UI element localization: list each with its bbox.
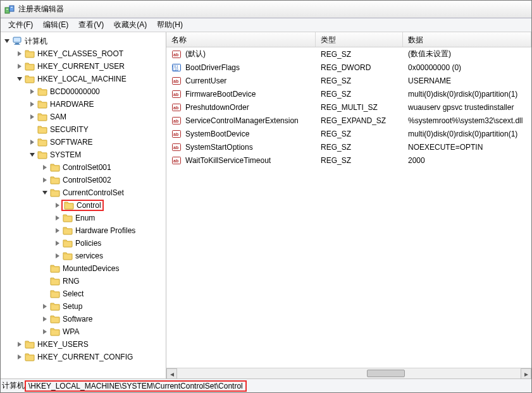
registry-tree[interactable]: 计算机 HKEY_CLASSES_ROOT HKEY_CURRENT_USER … — [1, 32, 166, 378]
column-type[interactable]: 类型 — [316, 32, 403, 47]
tree-services[interactable]: services — [3, 250, 166, 262]
list-item[interactable]: (默认)REG_SZ(数值未设置) — [166, 47, 531, 61]
menu-file[interactable]: 文件(F) — [3, 18, 38, 32]
expand-icon[interactable] — [54, 202, 61, 209]
expand-icon[interactable] — [3, 37, 11, 45]
folder-icon — [37, 137, 47, 147]
scroll-left-icon[interactable]: ◂ — [166, 368, 177, 379]
tree-hkcc[interactable]: HKEY_CURRENT_CONFIG — [3, 351, 166, 363]
tree-label: CurrentControlSet — [63, 188, 124, 197]
column-name[interactable]: 名称 — [166, 32, 316, 47]
tree-bcd[interactable]: BCD00000000 — [3, 85, 166, 98]
expand-icon[interactable] — [28, 88, 36, 95]
tree-hardware[interactable]: HARDWARE — [3, 98, 166, 111]
value-data: wuauserv gpsvc trustedinstaller — [403, 103, 531, 112]
value-type: REG_SZ — [316, 156, 403, 165]
scroll-thumb[interactable] — [367, 370, 405, 377]
expand-icon[interactable] — [16, 353, 23, 361]
value-type: REG_EXPAND_SZ — [316, 116, 403, 125]
tree-controlset002[interactable]: ControlSet002 — [3, 174, 166, 186]
expand-icon[interactable] — [16, 63, 23, 70]
folder-icon — [50, 188, 60, 198]
value-name: CurrentUser — [185, 76, 226, 85]
folder-icon — [37, 99, 47, 109]
highlight-annotation: Control — [61, 200, 104, 211]
list-item[interactable]: SystemBootDeviceREG_SZmulti(0)disk(0)rdi… — [166, 127, 531, 140]
column-data[interactable]: 数据 — [403, 32, 531, 47]
tree-sam[interactable]: SAM — [3, 111, 166, 123]
menu-view[interactable]: 查看(V) — [73, 18, 109, 32]
expand-icon[interactable] — [41, 328, 49, 336]
tree-hardware-profiles[interactable]: Hardware Profiles — [3, 224, 166, 237]
value-data: multi(0)disk(0)rdisk(0)partition(1) — [403, 90, 531, 99]
expand-icon[interactable] — [16, 50, 23, 57]
folder-icon — [50, 263, 60, 274]
value-type: REG_SZ — [316, 143, 403, 152]
expand-icon[interactable] — [41, 189, 49, 196]
expand-icon[interactable] — [54, 214, 61, 222]
tree-label: Software — [63, 315, 92, 323]
tree-wpa[interactable]: WPA — [3, 325, 166, 338]
string-value-icon — [171, 116, 182, 126]
tree-enum[interactable]: Enum — [3, 212, 166, 224]
menu-edit[interactable]: 编辑(E) — [38, 18, 73, 32]
tree-root-computer[interactable]: 计算机 — [3, 35, 166, 47]
expand-icon[interactable] — [54, 252, 61, 260]
list-item[interactable]: ServiceControlManagerExtensionREG_EXPAND… — [166, 114, 531, 127]
tree-label: HKEY_LOCAL_MACHINE — [37, 75, 127, 83]
folder-icon — [25, 339, 35, 349]
expand-icon[interactable] — [41, 315, 49, 323]
list-item[interactable]: BootDriverFlagsREG_DWORD0x00000000 (0) — [166, 61, 531, 74]
folder-icon — [50, 301, 60, 311]
expand-icon[interactable] — [28, 138, 36, 146]
folder-icon — [37, 112, 47, 122]
expand-icon[interactable] — [41, 303, 49, 310]
folder-icon — [63, 251, 73, 261]
tree-software-sub[interactable]: Software — [3, 313, 166, 325]
expand-blank — [41, 265, 49, 272]
list-item[interactable]: SystemStartOptionsREG_SZ NOEXECUTE=OPTIN — [166, 140, 531, 154]
list-rows[interactable]: (默认)REG_SZ(数值未设置)BootDriverFlagsREG_DWOR… — [166, 47, 531, 368]
list-item[interactable]: FirmwareBootDeviceREG_SZmulti(0)disk(0)r… — [166, 87, 531, 100]
tree-security[interactable]: SECURITY — [3, 123, 166, 136]
tree-policies[interactable]: Policies — [3, 237, 166, 250]
tree-controlset001[interactable]: ControlSet001 — [3, 161, 166, 174]
scroll-track[interactable] — [177, 368, 521, 378]
expand-icon[interactable] — [54, 227, 61, 234]
expand-icon[interactable] — [28, 151, 36, 159]
tree-hku[interactable]: HKEY_USERS — [3, 338, 166, 351]
tree-setup[interactable]: Setup — [3, 300, 166, 313]
horizontal-scrollbar[interactable]: ◂ ▸ — [166, 368, 531, 378]
expand-icon[interactable] — [54, 239, 61, 247]
tree-label: Policies — [75, 239, 101, 248]
tree-hkcu[interactable]: HKEY_CURRENT_USER — [3, 60, 166, 73]
folder-icon — [50, 276, 60, 286]
list-item[interactable]: CurrentUserREG_SZUSERNAME — [166, 74, 531, 87]
expand-icon[interactable] — [41, 164, 49, 171]
title-bar[interactable]: 注册表编辑器 — [1, 1, 531, 18]
tree-label: MountedDevices — [63, 264, 119, 273]
tree-mounteddevices[interactable]: MountedDevices — [3, 262, 166, 275]
expand-icon[interactable] — [16, 341, 23, 348]
folder-icon — [37, 150, 47, 160]
tree-hkcr[interactable]: HKEY_CLASSES_ROOT — [3, 47, 166, 60]
folder-icon — [50, 162, 60, 172]
tree-hklm[interactable]: HKEY_LOCAL_MACHINE — [3, 73, 166, 85]
expand-icon[interactable] — [28, 113, 36, 121]
expand-icon[interactable] — [28, 100, 36, 108]
tree-currentcontrolset[interactable]: CurrentControlSet — [3, 186, 166, 199]
menu-favorites[interactable]: 收藏夹(A) — [109, 18, 152, 32]
tree-rng[interactable]: RNG — [3, 275, 166, 287]
tree-select[interactable]: Select — [3, 287, 166, 300]
tree-control[interactable]: Control — [3, 199, 166, 212]
tree-system[interactable]: SYSTEM — [3, 148, 166, 161]
scroll-right-icon[interactable]: ▸ — [521, 368, 531, 379]
tree-software[interactable]: SOFTWARE — [3, 136, 166, 148]
tree-label: ControlSet002 — [63, 176, 111, 184]
list-item[interactable]: PreshutdownOrderREG_MULTI_SZwuauserv gps… — [166, 100, 531, 114]
list-item[interactable]: WaitToKillServiceTimeoutREG_SZ2000 — [166, 154, 531, 167]
tree-label: SYSTEM — [50, 150, 81, 159]
menu-help[interactable]: 帮助(H) — [152, 18, 188, 32]
expand-icon[interactable] — [41, 176, 49, 184]
expand-icon[interactable] — [16, 75, 23, 83]
